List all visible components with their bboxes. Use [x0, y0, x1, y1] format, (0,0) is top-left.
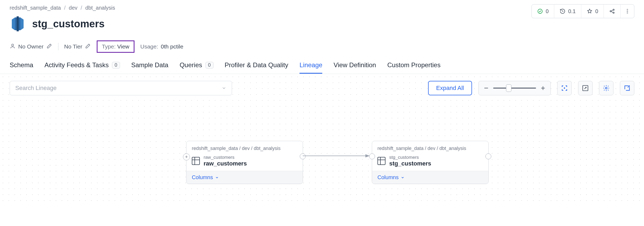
chevron-down-icon [222, 86, 226, 91]
fullscreen-button[interactable] [578, 81, 593, 95]
chevron-down-icon [401, 176, 405, 179]
usage-label: Usage: [140, 43, 158, 50]
tab-label: Queries [179, 61, 202, 69]
usage-field: Usage: 0th pctile [140, 43, 184, 50]
check-circle-icon [537, 8, 543, 14]
lineage-edge [303, 153, 372, 159]
edit-square-icon [624, 85, 631, 92]
tab-lineage[interactable]: Lineage [299, 61, 322, 74]
svg-point-11 [12, 44, 13, 46]
tier-field[interactable]: No Tier [64, 43, 91, 50]
edit-lineage-button[interactable] [620, 81, 634, 95]
user-icon [10, 43, 16, 50]
expand-all-button[interactable]: Expand All [428, 81, 472, 95]
tab-schema[interactable]: Schema [10, 61, 33, 74]
svg-point-1 [610, 11, 611, 12]
lineage-node-stg-customers[interactable]: redshift_sample_data / dev / dbt_analysi… [372, 141, 489, 184]
tabs: Schema Activity Feeds & Tasks0 Sample Da… [0, 53, 644, 74]
entity-meta-row: No Owner No Tier Type: View Usage: 0th p… [10, 40, 634, 53]
zoom-slider-thumb[interactable] [506, 84, 511, 92]
breadcrumb-sep: / [64, 5, 66, 11]
tab-view-definition[interactable]: View Definition [334, 61, 376, 74]
svg-point-3 [613, 12, 614, 13]
tier-label: No Tier [64, 43, 83, 50]
canvas-right-controls: Expand All − + [428, 81, 634, 95]
node-subtitle: raw_customers [204, 155, 247, 160]
columns-toggle[interactable]: Columns [186, 171, 303, 184]
focus-icon [561, 85, 568, 92]
owner-field[interactable]: No Owner [10, 43, 52, 50]
svg-point-4 [627, 9, 628, 10]
redshift-icon [10, 16, 26, 32]
zoom-out-button[interactable]: − [483, 85, 489, 91]
svg-point-14 [605, 87, 607, 89]
tab-label: View Definition [334, 61, 376, 69]
stat-star[interactable]: 0 [581, 5, 604, 18]
search-placeholder: Search Lineage [15, 85, 57, 92]
type-label: Type: [102, 43, 115, 50]
columns-toggle[interactable]: Columns [372, 171, 488, 184]
breadcrumb-item[interactable]: redshift_sample_data [10, 5, 61, 11]
columns-label: Columns [377, 174, 399, 180]
stat-star-value: 0 [595, 8, 598, 14]
fit-view-button[interactable] [557, 81, 572, 95]
search-lineage-input[interactable]: Search Lineage [10, 81, 232, 95]
type-field-highlighted: Type: View [97, 40, 134, 53]
usage-value: 0th pctile [161, 43, 183, 50]
node-path: redshift_sample_data / dev / dbt_analysi… [372, 141, 488, 155]
tab-custom-properties[interactable]: Custom Properties [387, 61, 441, 74]
svg-point-6 [627, 13, 628, 14]
node-title: raw_customers [204, 160, 247, 167]
tab-activity[interactable]: Activity Feeds & Tasks0 [44, 61, 120, 74]
stat-success-value: 0 [546, 8, 549, 14]
breadcrumb-sep: / [81, 5, 82, 11]
tab-profiler[interactable]: Profiler & Data Quality [225, 61, 288, 74]
add-upstream-button[interactable]: + [183, 153, 190, 160]
svg-point-0 [538, 9, 542, 14]
tab-sample-data[interactable]: Sample Data [131, 61, 169, 74]
expand-all-label: Expand All [436, 85, 464, 92]
zoom-in-button[interactable]: + [540, 85, 546, 91]
pencil-icon[interactable] [46, 43, 52, 50]
stat-success[interactable]: 0 [532, 5, 554, 18]
chevron-down-icon [215, 176, 219, 179]
type-value: View [117, 43, 129, 50]
tab-label: Custom Properties [387, 61, 441, 69]
node-output-port[interactable] [485, 153, 491, 159]
svg-point-5 [627, 11, 628, 12]
svg-marker-9 [20, 17, 24, 30]
divider [58, 43, 58, 50]
tab-label: Sample Data [131, 61, 169, 69]
svg-marker-8 [12, 17, 15, 30]
tab-queries[interactable]: Queries0 [179, 61, 213, 74]
owner-label: No Owner [18, 43, 44, 50]
canvas-toolbar: Search Lineage Expand All − + [10, 81, 634, 95]
entity-stats-bar: 0 0.1 0 [531, 4, 634, 18]
gear-icon [603, 85, 610, 92]
tab-badge: 0 [205, 62, 214, 69]
node-subtitle: stg_customers [389, 155, 431, 160]
history-icon [560, 8, 566, 14]
share-icon [609, 8, 615, 14]
page-header: redshift_sample_data / dev / dbt_analysi… [0, 0, 644, 53]
svg-point-12 [564, 88, 565, 89]
tab-label: Lineage [299, 61, 322, 69]
breadcrumb-item[interactable]: dev [69, 5, 77, 11]
table-icon [377, 157, 385, 165]
lineage-canvas[interactable]: Search Lineage Expand All − + [0, 74, 644, 205]
zoom-slider[interactable] [493, 88, 536, 89]
breadcrumb-item[interactable]: dbt_analysis [85, 5, 115, 11]
star-icon [587, 8, 593, 14]
settings-button[interactable] [599, 81, 613, 95]
svg-rect-10 [17, 16, 19, 31]
node-path: redshift_sample_data / dev / dbt_analysi… [186, 141, 303, 155]
tab-label: Activity Feeds & Tasks [44, 61, 109, 69]
stat-time-value: 0.1 [568, 8, 576, 14]
stat-time[interactable]: 0.1 [554, 5, 581, 18]
pencil-icon[interactable] [85, 43, 91, 50]
table-icon [192, 157, 200, 165]
more-menu[interactable] [621, 5, 634, 18]
share-button[interactable] [604, 5, 621, 18]
svg-point-2 [613, 9, 614, 10]
lineage-node-raw-customers[interactable]: + redshift_sample_data / dev / dbt_analy… [186, 141, 303, 184]
